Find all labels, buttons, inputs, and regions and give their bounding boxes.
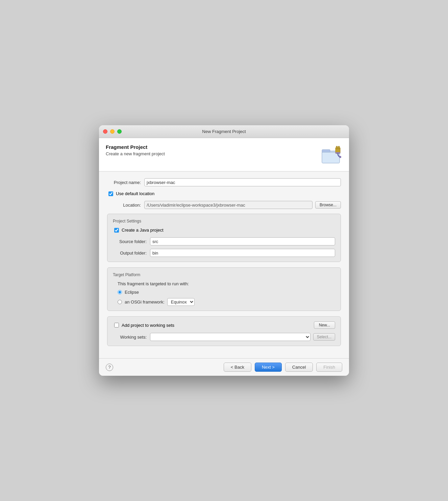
svg-rect-4: [336, 146, 338, 149]
svg-rect-5: [338, 146, 340, 149]
header-icon: [321, 144, 342, 166]
folder-icon: [321, 144, 342, 166]
source-folder-input[interactable]: [150, 237, 335, 245]
traffic-lights: [103, 129, 122, 134]
help-button[interactable]: ?: [106, 364, 113, 371]
cancel-button[interactable]: Cancel: [285, 363, 313, 372]
output-folder-row: Output folder:: [113, 249, 335, 257]
titlebar: New Fragment Project: [99, 125, 349, 138]
new-working-set-button[interactable]: New...: [314, 321, 335, 329]
finish-button[interactable]: Finish: [316, 363, 342, 372]
working-sets-header: Add project to working sets New...: [113, 321, 335, 329]
eclipse-radio-row: Eclipse: [113, 290, 335, 295]
select-working-set-button[interactable]: Select...: [313, 333, 335, 341]
working-sets-label: Working sets:: [113, 335, 150, 340]
output-folder-label: Output folder:: [113, 250, 150, 256]
osgi-framework-select[interactable]: Equinox: [167, 298, 195, 306]
browse-button[interactable]: Browse...: [315, 201, 341, 209]
footer-left: ?: [106, 364, 113, 371]
target-platform-section: Target Platform This fragment is targete…: [107, 267, 341, 311]
add-working-sets-label: Add project to working sets: [122, 323, 174, 328]
eclipse-label: Eclipse: [125, 290, 139, 295]
working-sets-select[interactable]: [150, 333, 310, 341]
source-folder-row: Source folder:: [113, 237, 335, 245]
next-button[interactable]: Next >: [255, 363, 282, 372]
osgi-label: an OSGi framework:: [125, 299, 165, 305]
dialog-window: New Fragment Project Fragment Project Cr…: [99, 125, 349, 376]
dialog-header: Fragment Project Create a new fragment p…: [99, 138, 349, 172]
header-title: Fragment Project: [106, 144, 165, 150]
project-name-row: Project name:: [107, 178, 341, 186]
svg-rect-1: [322, 150, 330, 152]
header-text: Fragment Project Create a new fragment p…: [106, 144, 165, 156]
working-sets-input-row: Working sets: Select...: [113, 333, 335, 341]
location-label: Location:: [107, 203, 144, 208]
location-row: Location: Browse...: [107, 201, 341, 209]
working-sets-section: Add project to working sets New... Worki…: [107, 316, 341, 346]
add-to-working-sets-row: Add project to working sets: [113, 323, 174, 328]
back-button[interactable]: < Back: [224, 363, 251, 372]
svg-point-7: [339, 156, 341, 158]
dialog-body: Project name: Use default location Locat…: [99, 172, 349, 358]
project-name-input[interactable]: [144, 178, 341, 186]
create-java-checkbox[interactable]: [114, 228, 119, 233]
use-default-location-checkbox[interactable]: [108, 191, 113, 196]
create-java-label: Create a Java project: [122, 228, 164, 233]
location-input[interactable]: [144, 201, 313, 209]
window-title: New Fragment Project: [202, 129, 246, 134]
target-platform-description: This fragment is targeted to run with:: [113, 281, 335, 286]
osgi-radio[interactable]: [118, 300, 122, 304]
close-button[interactable]: [103, 129, 107, 134]
create-java-row: Create a Java project: [113, 228, 335, 233]
dialog-footer: ? < Back Next > Cancel Finish: [99, 358, 349, 376]
svg-rect-2: [322, 152, 340, 163]
header-subtitle: Create a new fragment project: [106, 151, 165, 156]
eclipse-radio[interactable]: [118, 290, 122, 294]
target-platform-title: Target Platform: [113, 272, 335, 277]
add-working-sets-checkbox[interactable]: [114, 323, 119, 327]
osgi-radio-row: an OSGi framework: Equinox: [113, 298, 335, 306]
use-default-location-label: Use default location: [116, 191, 154, 196]
project-settings-section: Project Settings Create a Java project S…: [107, 214, 341, 262]
minimize-button[interactable]: [110, 129, 115, 134]
project-name-label: Project name:: [107, 180, 144, 185]
output-folder-input[interactable]: [150, 249, 335, 257]
source-folder-label: Source folder:: [113, 239, 150, 244]
use-default-location-row: Use default location: [107, 191, 341, 196]
project-settings-title: Project Settings: [113, 219, 335, 223]
maximize-button[interactable]: [117, 129, 122, 134]
